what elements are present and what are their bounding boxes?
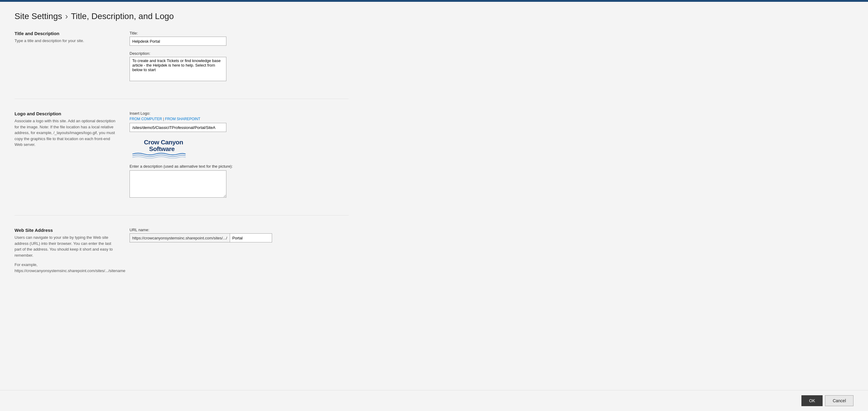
title-section-heading: Title and Description <box>14 31 117 36</box>
url-section-heading: Web Site Address <box>14 228 117 233</box>
breadcrumb-part2: Title, Description, and Logo <box>71 11 174 21</box>
section-left-url: Web Site Address Users can navigate to y… <box>14 228 129 274</box>
section-left-logo: Logo and Description Associate a logo wi… <box>14 111 129 203</box>
url-section-desc1: Users can navigate to your site by typin… <box>14 234 117 258</box>
description-field-group: Description: <box>129 51 349 81</box>
title-description-section: Title and Description Type a title and d… <box>14 31 349 99</box>
ok-button[interactable]: OK <box>801 395 823 406</box>
website-address-section: Web Site Address Users can navigate to y… <box>14 228 349 286</box>
svg-text:Software: Software <box>149 145 175 152</box>
url-row: https://crowcanyonsystemsinc.sharepoint.… <box>129 233 349 243</box>
source-separator: | <box>162 117 165 121</box>
url-name-field-group: URL name: https://crowcanyonsystemsinc.s… <box>129 228 349 243</box>
description-label: Description: <box>129 51 349 56</box>
from-sharepoint-link[interactable]: FROM SHAREPOINT <box>165 117 200 121</box>
logo-url-input[interactable] <box>129 123 226 132</box>
section-right-url: URL name: https://crowcanyonsystemsinc.s… <box>129 228 349 274</box>
alt-text-textarea[interactable] <box>129 170 226 198</box>
url-section-desc2: For example, https://crowcanyonsystemsin… <box>14 262 117 274</box>
section-right-title: Title: Description: <box>129 31 349 87</box>
cancel-button[interactable]: Cancel <box>825 395 854 406</box>
section-left-title: Title and Description Type a title and d… <box>14 31 129 87</box>
page-container: Site Settings › Title, Description, and … <box>0 2 363 322</box>
title-field-group: Title: <box>129 31 349 46</box>
footer-buttons: OK Cancel <box>0 390 868 411</box>
insert-logo-group: Insert Logo: FROM COMPUTER | FROM SHAREP… <box>129 111 349 198</box>
logo-section-heading: Logo and Description <box>14 111 117 116</box>
page-title: Site Settings › Title, Description, and … <box>14 11 349 21</box>
logo-section: Logo and Description Associate a logo wi… <box>14 111 349 216</box>
section-right-logo: Insert Logo: FROM COMPUTER | FROM SHAREP… <box>129 111 349 203</box>
crow-canyon-logo-svg: Crow Canyon Software <box>129 136 187 159</box>
logo-section-desc: Associate a logo with this site. Add an … <box>14 118 117 148</box>
title-input[interactable] <box>129 37 226 46</box>
insert-logo-label: Insert Logo: <box>129 111 349 116</box>
url-prefix: https://crowcanyonsystemsinc.sharepoint.… <box>129 233 230 243</box>
breadcrumb-sep: › <box>65 11 68 21</box>
logo-preview: Crow Canyon Software <box>129 135 190 160</box>
title-label: Title: <box>129 31 349 35</box>
url-name-label: URL name: <box>129 228 349 232</box>
logo-source-links: FROM COMPUTER | FROM SHAREPOINT <box>129 117 349 121</box>
url-suffix-input[interactable] <box>230 233 272 243</box>
description-textarea[interactable] <box>129 57 226 81</box>
title-section-desc: Type a title and description for your si… <box>14 38 117 44</box>
from-computer-link[interactable]: FROM COMPUTER <box>129 117 162 121</box>
alt-text-label: Enter a description (used as alternative… <box>129 164 349 168</box>
svg-text:Crow Canyon: Crow Canyon <box>144 138 183 146</box>
breadcrumb-part1: Site Settings <box>14 11 62 21</box>
